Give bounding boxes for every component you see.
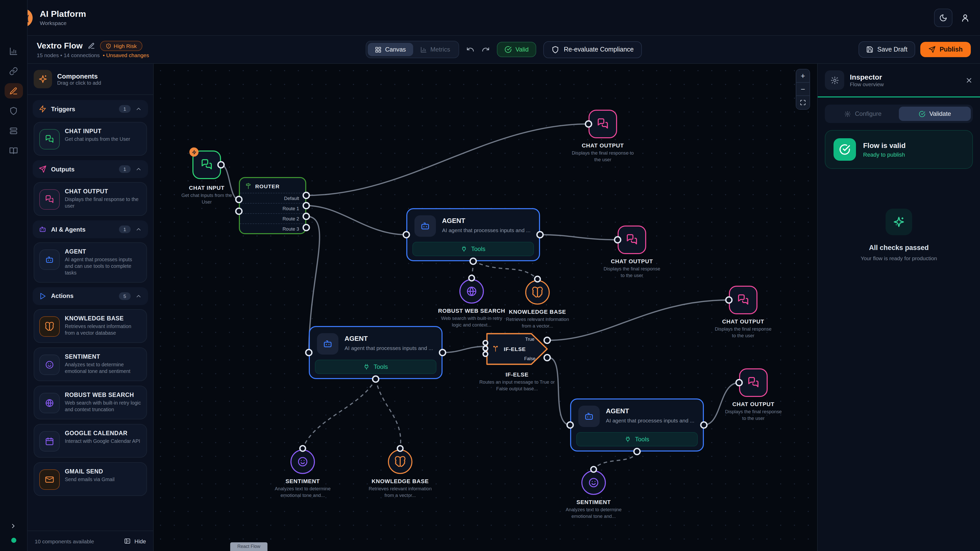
hide-panel-button[interactable]: Hide — [124, 538, 146, 545]
tab-validate[interactable]: Validate — [899, 106, 971, 121]
reactflow-attribution[interactable]: React Flow — [230, 542, 267, 551]
if-else-true-label: True — [525, 337, 535, 342]
agent-tools-bar[interactable]: Tools — [576, 432, 698, 446]
component-item-knowledge-base[interactable]: KNOWLEDGE BASE Retrieves relevant inform… — [34, 309, 147, 343]
node-if-else[interactable]: IF-ELSE True False — [485, 332, 549, 366]
component-item-gmail-send[interactable]: GMAIL SEND Send emails via Gmail — [34, 462, 147, 495]
agent-tools-bar[interactable]: Tools — [412, 242, 534, 256]
plug-icon — [461, 246, 467, 252]
app-header: AI Platform Workspace — [27, 0, 980, 36]
chat-input-icon — [39, 129, 60, 149]
node-label-chat-input: CHAT INPUT Get chat inputs from the User — [163, 185, 250, 205]
component-item-chat-output[interactable]: CHAT OUTPUT Displays the final response … — [34, 182, 147, 216]
plug-icon — [363, 364, 369, 370]
flow-canvas[interactable]: CHAT INPUT Get chat inputs from the User… — [154, 64, 817, 551]
publish-button[interactable]: Publish — [920, 42, 971, 57]
component-item-agent[interactable]: AGENT AI agent that processes inputs and… — [34, 242, 147, 283]
node-label-chat-output-1: CHAT OUTPUT Displays the final response … — [559, 142, 646, 163]
component-item-web-search[interactable]: ROBUST WEB SEARCH Web search with built-… — [34, 386, 147, 419]
gear-icon — [825, 70, 844, 90]
undo-button[interactable] — [466, 45, 475, 54]
valid-status-badge: Valid — [497, 42, 536, 57]
user-menu-button[interactable] — [961, 13, 970, 22]
node-sentiment-1[interactable] — [290, 449, 315, 474]
chat-icon — [737, 294, 749, 306]
components-panel-header: Components Drag or click to add — [27, 64, 153, 95]
node-label-knowledge-base-1: KNOWLEDGE BASE Retrieves relevant inform… — [494, 309, 581, 329]
section-outputs[interactable]: Outputs 1 — [33, 160, 148, 178]
expand-rail-icon[interactable] — [10, 522, 18, 530]
infrastructure-icon[interactable] — [4, 123, 23, 138]
node-agent-1[interactable]: AGENT AI agent that processes inputs and… — [406, 208, 540, 261]
brain-icon — [395, 456, 406, 467]
bot-icon — [39, 225, 46, 233]
theme-toggle-button[interactable] — [934, 8, 953, 27]
close-icon — [965, 76, 973, 84]
chevron-up-icon[interactable] — [135, 166, 142, 172]
chat-icon — [200, 159, 213, 171]
components-panel: Components Drag or click to add Triggers… — [27, 64, 154, 551]
sentiment-icon — [39, 354, 60, 375]
chevron-up-icon[interactable] — [135, 106, 142, 112]
close-inspector-button[interactable] — [965, 76, 973, 84]
docs-icon[interactable] — [4, 143, 23, 158]
connections-icon[interactable] — [4, 63, 23, 79]
components-subtitle: Drag or click to add — [57, 80, 101, 86]
tab-configure[interactable]: Configure — [827, 106, 899, 121]
user-icon — [961, 13, 970, 22]
node-chat-output-1[interactable] — [589, 110, 617, 138]
chat-icon — [747, 376, 759, 389]
panel-collapse-icon — [124, 538, 131, 545]
sparkles-icon — [34, 70, 52, 88]
edit-flow-name-button[interactable] — [88, 42, 95, 49]
zoom-in-button[interactable]: + — [796, 69, 810, 83]
agent-tools-bar[interactable]: Tools — [315, 360, 436, 374]
section-triggers[interactable]: Triggers 1 — [33, 100, 148, 118]
component-item-google-calendar[interactable]: GOOGLE CALENDAR Interact with Google Cal… — [34, 424, 147, 457]
node-knowledge-base-2[interactable] — [388, 449, 412, 474]
security-icon[interactable] — [4, 103, 23, 118]
tab-metrics[interactable]: Metrics — [413, 43, 457, 56]
node-chat-output-4[interactable] — [739, 368, 768, 397]
send-icon — [39, 165, 46, 173]
node-sentiment-2[interactable] — [581, 470, 606, 495]
node-web-search[interactable] — [460, 279, 484, 303]
flow-toolbar: Vextro Flow High Risk 15 nodes • 14 conn… — [27, 36, 980, 64]
zoom-out-button[interactable]: − — [796, 83, 810, 96]
node-agent-3[interactable]: AGENT AI agent that processes inputs and… — [570, 399, 704, 451]
tab-canvas[interactable]: Canvas — [368, 43, 413, 56]
flow-editor-icon[interactable] — [4, 83, 23, 98]
agent-icon — [317, 333, 339, 354]
node-agent-2[interactable]: AGENT AI agent that processes inputs and… — [309, 326, 442, 379]
save-icon — [866, 46, 873, 53]
node-label-chat-output-4: CHAT OUTPUT Displays the final response … — [710, 401, 797, 421]
component-item-sentiment[interactable]: SENTIMENT Analyzes text to determine emo… — [34, 347, 147, 381]
node-label-chat-output-3: CHAT OUTPUT Displays the final response … — [700, 318, 787, 339]
save-draft-button[interactable]: Save Draft — [859, 41, 915, 58]
web-search-icon — [39, 392, 60, 413]
router-route-3: Route 3 — [240, 224, 305, 233]
analytics-icon[interactable] — [4, 43, 23, 59]
fit-view-button[interactable] — [796, 96, 810, 109]
left-rail — [0, 0, 27, 551]
shield-alert-icon — [106, 43, 111, 49]
redo-button[interactable] — [482, 45, 490, 54]
reevaluate-compliance-button[interactable]: Re-evaluate Compliance — [543, 41, 642, 58]
section-ai-agents[interactable]: AI & Agents 1 — [33, 221, 148, 238]
chevron-up-icon[interactable] — [135, 226, 142, 233]
send-icon — [928, 46, 935, 53]
node-label-sentiment-1: SENTIMENT Analyzes text to determine emo… — [259, 478, 346, 499]
flow-name: Vextro Flow — [37, 41, 83, 51]
checks-title: All checks passed — [828, 244, 970, 251]
node-chat-input[interactable] — [192, 151, 221, 179]
node-chat-output-2[interactable] — [617, 225, 646, 254]
chevron-up-icon[interactable] — [135, 292, 142, 299]
sparkles-icon — [886, 209, 912, 235]
moon-icon — [939, 14, 947, 22]
section-actions[interactable]: Actions 5 — [33, 287, 148, 305]
component-item-chat-input[interactable]: CHAT INPUT Get chat inputs from the User — [34, 122, 147, 156]
agent-icon — [578, 406, 600, 427]
node-knowledge-base-1[interactable] — [525, 280, 550, 305]
inspector-subtitle: Flow overview — [850, 81, 884, 87]
node-chat-output-3[interactable] — [729, 286, 757, 314]
